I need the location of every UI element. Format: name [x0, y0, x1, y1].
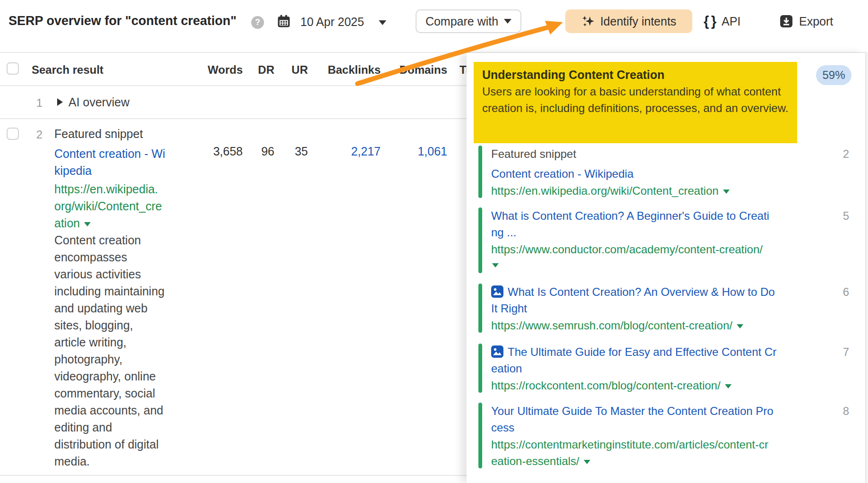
col-search-result: Search result	[32, 63, 103, 77]
result-position: 8	[843, 403, 849, 419]
download-icon	[779, 14, 793, 28]
result-url[interactable]: https://contentmarketinginstitute.com/ar…	[491, 436, 827, 469]
result-link[interactable]: What Is Content Creation? An Overview & …	[491, 284, 827, 317]
result-url[interactable]: https://www.semrush.com/blog/content-cre…	[491, 317, 827, 334]
result-url[interactable]: https://en.wikipedia. org/wiki/Content_c…	[54, 181, 182, 232]
date-caret-icon[interactable]	[379, 20, 386, 25]
col-words: Words	[191, 63, 243, 77]
url-caret-icon[interactable]	[584, 460, 590, 464]
result-url[interactable]: https://en.wikipedia.org/wiki/Content_cr…	[491, 182, 827, 199]
compare-with-button[interactable]: Compare with	[416, 9, 521, 33]
result-link[interactable]: Content creation - Wikipedia	[491, 165, 827, 182]
result-url[interactable]: https://www.conductor.com/academy/conten…	[491, 241, 827, 274]
result-position: 5	[843, 207, 849, 224]
date-picker[interactable]: 10 Apr 2025	[300, 15, 364, 29]
url-caret-icon[interactable]	[723, 190, 730, 194]
backlinks-value[interactable]: 2,217	[314, 145, 381, 158]
col-dr: DR	[237, 63, 274, 77]
result-type-label: Featured snippet	[491, 146, 827, 162]
intent-result-item: What is Content Creation? A Beginner's G…	[478, 207, 856, 274]
braces-icon: { }	[704, 14, 717, 29]
col-domains: Domains	[380, 63, 447, 77]
row-position: 2	[28, 128, 43, 141]
result-link[interactable]: What is Content Creation? A Beginner's G…	[491, 207, 827, 241]
image-thumbnail-icon	[491, 345, 503, 358]
intent-bar	[478, 284, 482, 333]
row-position: 1	[28, 96, 43, 110]
help-icon[interactable]: ?	[251, 16, 264, 29]
row1-divider	[0, 118, 467, 119]
intent-highlight-box: Understanding Content Creation Users are…	[474, 62, 797, 143]
intent-title: Understanding Content Creation	[482, 67, 789, 83]
result-type-label: Featured snippet	[54, 127, 143, 141]
header-divider	[0, 85, 467, 86]
intent-bar	[478, 344, 482, 393]
col-backlinks: Backlinks	[314, 63, 381, 77]
result-link[interactable]: Content creation - Wi kipedia	[54, 145, 177, 179]
result-position: 7	[843, 344, 849, 360]
ai-overview-row[interactable]: AI overview	[68, 95, 129, 109]
expand-row-icon[interactable]	[57, 98, 63, 106]
image-thumbnail-icon	[491, 285, 503, 298]
ur-value: 35	[270, 145, 308, 158]
result-link[interactable]: The Ultimate Guide for Easy and Effectiv…	[491, 344, 827, 377]
chevron-down-icon	[504, 19, 511, 24]
row2-divider	[0, 475, 467, 476]
words-value: 3,658	[191, 145, 243, 158]
row-checkbox[interactable]	[7, 128, 19, 140]
page-title: SERP overview for "content creation"	[9, 14, 237, 28]
sparkles-icon	[581, 15, 595, 28]
result-position: 6	[843, 284, 849, 300]
url-caret-icon[interactable]	[725, 384, 732, 388]
intent-bar	[478, 207, 482, 273]
api-button[interactable]: { } API	[704, 9, 740, 33]
select-all-checkbox[interactable]	[7, 62, 19, 75]
result-link[interactable]: Your Ultimate Guide To Master the Conten…	[491, 403, 827, 436]
dr-value: 96	[237, 145, 274, 158]
intent-percent-badge: 59%	[816, 65, 851, 85]
intent-result-item: What Is Content Creation? An Overview & …	[478, 283, 856, 334]
result-url[interactable]: https://rockcontent.com/blog/content-cre…	[491, 377, 827, 394]
identify-intents-button[interactable]: Identify intents	[565, 9, 692, 33]
url-caret-icon[interactable]	[737, 324, 743, 328]
intent-bar	[478, 146, 482, 198]
result-description: Content creation encompasses various act…	[54, 232, 187, 470]
result-position: 2	[843, 146, 849, 162]
domains-value[interactable]: 1,061	[380, 145, 447, 158]
serp-overview-screen: SERP overview for "content creation" ? 1…	[0, 0, 868, 483]
intent-result-item: The Ultimate Guide for Easy and Effectiv…	[478, 343, 856, 394]
url-caret-icon[interactable]	[492, 263, 499, 267]
intent-bar	[478, 403, 482, 468]
scrollbar-gutter[interactable]	[865, 52, 868, 483]
col-ur: UR	[270, 63, 308, 77]
identify-intents-panel: Understanding Content Creation Users are…	[467, 53, 865, 483]
calendar-icon[interactable]	[277, 14, 291, 28]
intent-description: Users are looking for a basic understand…	[482, 83, 789, 116]
export-button[interactable]: Export	[779, 9, 833, 33]
intent-result-item: Your Ultimate Guide To Master the Conten…	[478, 402, 856, 469]
intent-result-item: Featured snippet Content creation - Wiki…	[478, 145, 856, 199]
url-caret-icon[interactable]	[84, 222, 91, 226]
